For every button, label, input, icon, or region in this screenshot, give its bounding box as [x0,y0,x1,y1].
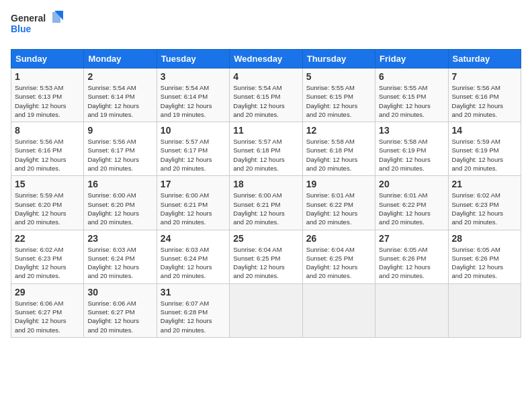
day-number: 27 [379,233,444,244]
day-number: 11 [233,125,298,136]
calendar-cell: 9Sunrise: 5:56 AM Sunset: 6:17 PM Daylig… [84,122,157,176]
calendar-cell: 11Sunrise: 5:57 AM Sunset: 6:18 PM Dayli… [230,122,302,176]
day-info: Sunrise: 5:58 AM Sunset: 6:19 PM Dayligh… [379,137,444,173]
day-number: 23 [87,233,152,244]
day-info: Sunrise: 6:06 AM Sunset: 6:27 PM Dayligh… [87,299,152,334]
day-info: Sunrise: 5:53 AM Sunset: 6:13 PM Dayligh… [15,83,80,119]
day-number: 26 [306,233,371,244]
day-info: Sunrise: 6:03 AM Sunset: 6:24 PM Dayligh… [87,245,152,281]
day-number: 19 [306,179,371,189]
day-number: 1 [15,71,80,82]
day-info: Sunrise: 5:54 AM Sunset: 6:14 PM Dayligh… [161,83,226,119]
day-info: Sunrise: 5:57 AM Sunset: 6:17 PM Dayligh… [161,137,226,173]
svg-text:General: General [11,13,46,24]
header-day-monday: Monday [84,50,157,68]
day-info: Sunrise: 6:05 AM Sunset: 6:26 PM Dayligh… [452,245,517,281]
calendar-cell: 4Sunrise: 5:54 AM Sunset: 6:15 PM Daylig… [230,68,302,122]
calendar-cell [302,283,375,337]
day-info: Sunrise: 6:07 AM Sunset: 6:28 PM Dayligh… [161,299,226,334]
calendar-cell: 24Sunrise: 6:03 AM Sunset: 6:24 PM Dayli… [157,230,229,283]
logo: General Blue [11,11,64,41]
day-info: Sunrise: 6:01 AM Sunset: 6:22 PM Dayligh… [379,191,444,226]
day-info: Sunrise: 6:00 AM Sunset: 6:21 PM Dayligh… [161,191,226,226]
day-number: 10 [161,125,226,136]
day-number: 25 [233,233,298,244]
day-number: 9 [87,125,152,136]
calendar-cell: 22Sunrise: 6:02 AM Sunset: 6:23 PM Dayli… [11,230,84,283]
day-number: 22 [15,233,80,244]
day-info: Sunrise: 6:00 AM Sunset: 6:21 PM Dayligh… [233,191,298,226]
day-number: 15 [15,179,80,189]
day-info: Sunrise: 6:04 AM Sunset: 6:25 PM Dayligh… [233,245,298,281]
calendar-cell: 12Sunrise: 5:58 AM Sunset: 6:18 PM Dayli… [302,122,375,176]
page-header: General Blue [11,11,521,41]
day-number: 17 [161,179,226,189]
day-number: 7 [452,71,517,82]
calendar-cell: 5Sunrise: 5:55 AM Sunset: 6:15 PM Daylig… [302,68,375,122]
day-info: Sunrise: 6:02 AM Sunset: 6:23 PM Dayligh… [452,191,517,226]
header-row: SundayMondayTuesdayWednesdayThursdayFrid… [11,50,521,68]
calendar-cell: 10Sunrise: 5:57 AM Sunset: 6:17 PM Dayli… [157,122,229,176]
day-number: 3 [161,71,226,82]
calendar-cell: 2Sunrise: 5:54 AM Sunset: 6:14 PM Daylig… [84,68,157,122]
header-day-sunday: Sunday [11,50,84,68]
day-info: Sunrise: 5:54 AM Sunset: 6:15 PM Dayligh… [233,83,298,119]
day-info: Sunrise: 5:59 AM Sunset: 6:20 PM Dayligh… [15,191,80,226]
logo-svg: General Blue [11,11,64,41]
calendar-table: SundayMondayTuesdayWednesdayThursdayFrid… [11,49,521,338]
svg-text:Blue: Blue [11,24,32,34]
day-number: 21 [452,179,517,189]
calendar-cell: 17Sunrise: 6:00 AM Sunset: 6:21 PM Dayli… [157,176,229,230]
header-day-friday: Friday [375,50,448,68]
week-row-4: 22Sunrise: 6:02 AM Sunset: 6:23 PM Dayli… [11,230,521,283]
day-info: Sunrise: 5:55 AM Sunset: 6:15 PM Dayligh… [379,83,444,119]
day-info: Sunrise: 6:02 AM Sunset: 6:23 PM Dayligh… [15,245,80,281]
day-number: 4 [233,71,298,82]
day-info: Sunrise: 6:00 AM Sunset: 6:20 PM Dayligh… [87,191,152,226]
day-number: 31 [161,287,226,298]
calendar-cell: 28Sunrise: 6:05 AM Sunset: 6:26 PM Dayli… [448,230,521,283]
header-day-saturday: Saturday [448,50,521,68]
day-info: Sunrise: 6:05 AM Sunset: 6:26 PM Dayligh… [379,245,444,281]
calendar-cell: 30Sunrise: 6:06 AM Sunset: 6:27 PM Dayli… [84,283,157,337]
day-number: 13 [379,125,444,136]
day-info: Sunrise: 6:01 AM Sunset: 6:22 PM Dayligh… [306,191,371,226]
day-info: Sunrise: 5:59 AM Sunset: 6:19 PM Dayligh… [452,137,517,173]
day-number: 20 [379,179,444,189]
day-number: 18 [233,179,298,189]
week-row-5: 29Sunrise: 6:06 AM Sunset: 6:27 PM Dayli… [11,283,521,337]
calendar-cell: 8Sunrise: 5:56 AM Sunset: 6:16 PM Daylig… [11,122,84,176]
week-row-2: 8Sunrise: 5:56 AM Sunset: 6:16 PM Daylig… [11,122,521,176]
calendar-cell [448,283,521,337]
calendar-cell: 19Sunrise: 6:01 AM Sunset: 6:22 PM Dayli… [302,176,375,230]
day-info: Sunrise: 5:56 AM Sunset: 6:17 PM Dayligh… [87,137,152,173]
calendar-cell: 31Sunrise: 6:07 AM Sunset: 6:28 PM Dayli… [157,283,229,337]
week-row-3: 15Sunrise: 5:59 AM Sunset: 6:20 PM Dayli… [11,176,521,230]
day-number: 29 [15,287,80,298]
calendar-cell [375,283,448,337]
calendar-cell [230,283,302,337]
calendar-cell: 18Sunrise: 6:00 AM Sunset: 6:21 PM Dayli… [230,176,302,230]
day-info: Sunrise: 5:58 AM Sunset: 6:18 PM Dayligh… [306,137,371,173]
day-number: 5 [306,71,371,82]
calendar-cell: 3Sunrise: 5:54 AM Sunset: 6:14 PM Daylig… [157,68,229,122]
header-day-thursday: Thursday [302,50,375,68]
calendar-cell: 25Sunrise: 6:04 AM Sunset: 6:25 PM Dayli… [230,230,302,283]
calendar-cell: 23Sunrise: 6:03 AM Sunset: 6:24 PM Dayli… [84,230,157,283]
calendar-cell: 21Sunrise: 6:02 AM Sunset: 6:23 PM Dayli… [448,176,521,230]
header-day-tuesday: Tuesday [157,50,229,68]
day-number: 14 [452,125,517,136]
calendar-cell: 29Sunrise: 6:06 AM Sunset: 6:27 PM Dayli… [11,283,84,337]
calendar-cell: 20Sunrise: 6:01 AM Sunset: 6:22 PM Dayli… [375,176,448,230]
day-number: 8 [15,125,80,136]
day-number: 30 [87,287,152,298]
day-number: 28 [452,233,517,244]
calendar-cell: 27Sunrise: 6:05 AM Sunset: 6:26 PM Dayli… [375,230,448,283]
day-number: 2 [87,71,152,82]
day-number: 16 [87,179,152,189]
day-info: Sunrise: 6:03 AM Sunset: 6:24 PM Dayligh… [161,245,226,281]
day-number: 6 [379,71,444,82]
day-info: Sunrise: 5:54 AM Sunset: 6:14 PM Dayligh… [87,83,152,119]
week-row-1: 1Sunrise: 5:53 AM Sunset: 6:13 PM Daylig… [11,68,521,122]
day-info: Sunrise: 5:56 AM Sunset: 6:16 PM Dayligh… [452,83,517,119]
